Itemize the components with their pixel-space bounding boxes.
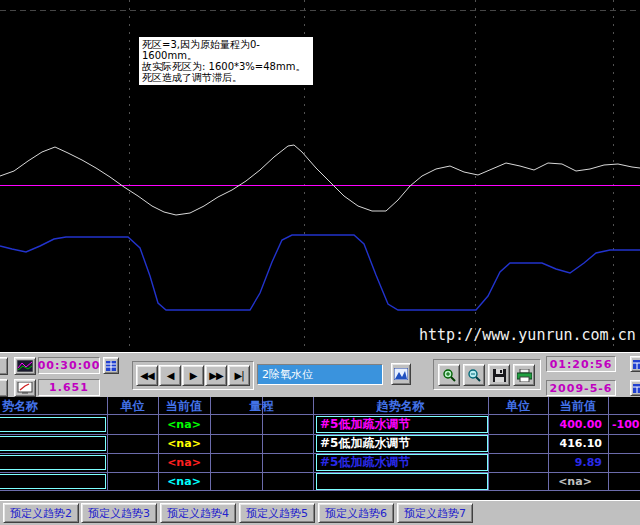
zoom-in-icon bbox=[442, 368, 456, 382]
right-trend-name: #5低加疏水调节 bbox=[320, 434, 486, 453]
cursor-value-display: 1.651 bbox=[38, 379, 100, 396]
watermark-url: http://www.yunrun.com.cn bbox=[419, 326, 636, 344]
trend-selector-value: 2除氧水位 bbox=[258, 367, 313, 382]
zoom-out-button[interactable] bbox=[463, 364, 485, 386]
left-name-cell[interactable] bbox=[0, 436, 106, 451]
annotation-line: 故实际死区为: 1600*3%=48mm。 bbox=[142, 61, 310, 72]
right-trend-name: #5低加疏水调节 bbox=[320, 415, 486, 434]
grid-settings-button[interactable] bbox=[103, 357, 119, 374]
current-time-display: 01:20:56 bbox=[546, 356, 616, 372]
left-current-value: <na> bbox=[158, 472, 210, 491]
trend-board-button[interactable] bbox=[14, 379, 36, 397]
trend-curves-button[interactable] bbox=[14, 357, 36, 375]
annotation-line: 死区造成了调节滞后。 bbox=[142, 72, 310, 83]
calendar-icon bbox=[633, 360, 640, 369]
col-header-unit-right: 单位 bbox=[488, 397, 548, 415]
trend-board-icon bbox=[17, 382, 33, 394]
tab-predefined-trend-4[interactable]: 预定义趋势4 bbox=[160, 503, 236, 523]
trend-data-table: 势名称 单位 当前值 量程 趋势名称 单位 当前值 <na> <na> <na>… bbox=[0, 397, 640, 491]
print-button[interactable] bbox=[513, 364, 535, 386]
col-header-name-right: 趋势名称 bbox=[313, 397, 488, 415]
tab-predefined-trend-3[interactable]: 预定义趋势3 bbox=[81, 503, 157, 523]
right-range-value: -100 bbox=[612, 415, 640, 434]
right-current-value: 416.10 bbox=[548, 434, 602, 453]
trend-plot bbox=[0, 0, 640, 352]
trend-curves-icon bbox=[17, 360, 33, 372]
edge-button-top[interactable] bbox=[0, 357, 8, 375]
current-date-display: 2009-5-6 bbox=[546, 380, 616, 396]
save-button[interactable] bbox=[488, 364, 510, 386]
time-picker-button[interactable] bbox=[630, 356, 640, 372]
col-header-unit-left: 单位 bbox=[107, 397, 158, 415]
nav-first-button[interactable]: ◀◀ bbox=[136, 365, 158, 386]
calendar-icon bbox=[633, 384, 640, 393]
right-current-value: 400.00 bbox=[548, 415, 602, 434]
left-current-value: <na> bbox=[158, 415, 210, 434]
trend-pick-button[interactable] bbox=[391, 363, 411, 385]
right-name-cell[interactable] bbox=[316, 473, 488, 490]
tab-predefined-trend-7[interactable]: 预定义趋势7 bbox=[397, 503, 473, 523]
nav-last-button[interactable]: ▶| bbox=[228, 365, 250, 386]
edge-button-bottom[interactable] bbox=[0, 379, 8, 397]
nav-forward-button[interactable]: ▶▶ bbox=[205, 365, 227, 386]
trend-application-window: 死区=3,因为原始量程为0-1600mm。 故实际死区为: 1600*3%=48… bbox=[0, 0, 640, 525]
col-header-value-left: 当前值 bbox=[158, 397, 210, 415]
col-header-range-left: 量程 bbox=[210, 397, 313, 415]
annotation-line: 死区=3,因为原始量程为0-1600mm。 bbox=[142, 39, 310, 61]
blue-trend-curve bbox=[0, 235, 640, 310]
tools-button-group bbox=[433, 359, 541, 390]
date-picker-button[interactable] bbox=[630, 380, 640, 396]
tab-predefined-trend-5[interactable]: 预定义趋势5 bbox=[239, 503, 315, 523]
nav-button-group: ◀◀ ◀ ▶ ▶▶ ▶| bbox=[132, 361, 254, 390]
trend-selector[interactable]: 2除氧水位 bbox=[257, 364, 383, 385]
left-name-cell[interactable] bbox=[0, 474, 106, 489]
left-name-cell[interactable] bbox=[0, 417, 106, 432]
zoom-out-icon bbox=[467, 368, 481, 382]
left-current-value: <na> bbox=[158, 453, 210, 472]
toolbar: 00:30:00 1.651 ◀◀ ◀ ▶ ▶▶ ▶| 2除氧水位 bbox=[0, 352, 640, 397]
annotation-box: 死区=3,因为原始量程为0-1600mm。 故实际死区为: 1600*3%=48… bbox=[138, 36, 314, 86]
nav-next-button[interactable]: ▶ bbox=[182, 365, 204, 386]
zoom-in-button[interactable] bbox=[438, 364, 460, 386]
tab-predefined-trend-2[interactable]: 预定义趋势2 bbox=[3, 503, 79, 523]
right-current-value: <na> bbox=[548, 472, 602, 491]
col-header-name-left: 势名称 bbox=[2, 397, 102, 415]
time-span-display: 00:30:00 bbox=[38, 357, 100, 374]
floppy-disk-icon bbox=[493, 369, 506, 382]
printer-icon bbox=[517, 369, 532, 382]
right-trend-name: #5低加疏水调节 bbox=[320, 453, 486, 472]
mountain-chart-icon bbox=[394, 368, 408, 380]
right-current-value: 9.89 bbox=[548, 453, 602, 472]
left-current-value: <na> bbox=[158, 434, 210, 453]
grid-icon bbox=[106, 361, 116, 371]
tab-bar: 预定义趋势2 预定义趋势3 预定义趋势4 预定义趋势5 预定义趋势6 预定义趋势… bbox=[0, 500, 640, 525]
col-header-value-right: 当前值 bbox=[548, 397, 608, 415]
trend-chart-area[interactable]: 死区=3,因为原始量程为0-1600mm。 故实际死区为: 1600*3%=48… bbox=[0, 0, 640, 352]
left-name-cell[interactable] bbox=[0, 455, 106, 470]
nav-prev-button[interactable]: ◀ bbox=[159, 365, 181, 386]
white-trend-curve bbox=[0, 145, 640, 215]
tab-predefined-trend-6[interactable]: 预定义趋势6 bbox=[318, 503, 394, 523]
